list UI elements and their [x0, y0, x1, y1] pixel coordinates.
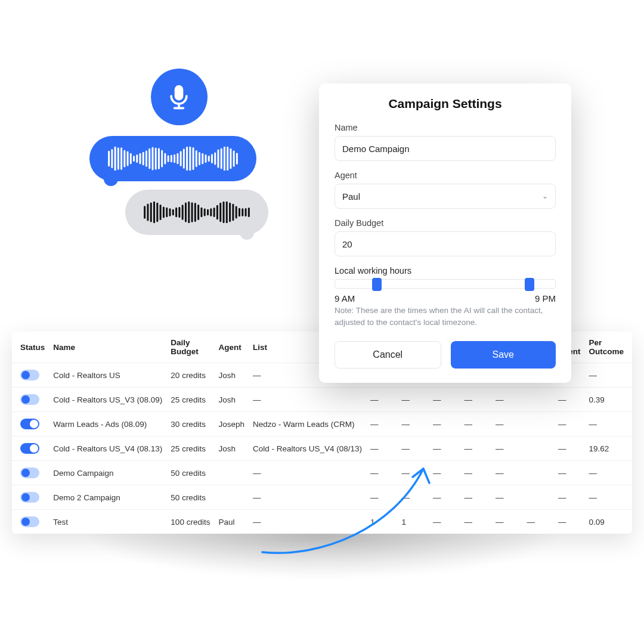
name-input[interactable]: Demo Campaign — [335, 136, 556, 161]
cell: — — [522, 510, 554, 534]
status-toggle[interactable] — [20, 419, 39, 429]
table-row: Cold - Realtors US_V3 (08.09)25 creditsJ… — [12, 388, 632, 412]
hours-end: 9 PM — [535, 293, 556, 304]
status-toggle[interactable] — [20, 394, 39, 405]
cell-agent: Josh — [214, 436, 249, 461]
cell: — — [460, 510, 491, 534]
cell-list: — — [249, 510, 366, 534]
cell-outcome: — — [585, 412, 633, 436]
cell-list: — — [249, 461, 366, 485]
cell-outcome: — — [585, 461, 633, 485]
voice-bubble-user — [125, 190, 268, 235]
cell: — — [491, 485, 522, 510]
cell: — — [429, 461, 460, 485]
cell: — — [460, 436, 491, 461]
agent-select[interactable]: Paul ⌄ — [335, 184, 556, 209]
table-row: Demo Campaign50 credits———————— — [12, 461, 632, 485]
cell: — — [429, 510, 460, 534]
cell-name: Demo 2 Campaign — [49, 485, 166, 510]
cell-budget: 30 credits — [166, 412, 214, 436]
cell-spent: — — [554, 388, 585, 412]
slider-thumb-start[interactable] — [372, 278, 382, 291]
cancel-button[interactable]: Cancel — [335, 341, 441, 369]
table-row: Test100 creditsPaul—11—————0.09 — [12, 510, 632, 534]
hours-label: Local working hours — [335, 266, 556, 275]
voice-graphic — [89, 69, 268, 235]
cell-outcome: 19.62 — [585, 436, 633, 461]
cell-agent — [214, 461, 249, 485]
budget-input[interactable]: 20 — [335, 231, 556, 256]
cell-budget: 25 credits — [166, 436, 214, 461]
microphone-icon — [151, 69, 208, 125]
cell-outcome: — — [585, 485, 633, 510]
waveform-icon — [107, 147, 239, 171]
agent-value: Paul — [342, 191, 360, 202]
cell: — — [398, 485, 429, 510]
cell: — — [429, 388, 460, 412]
hours-note: Note: These are the times when the AI wi… — [335, 305, 556, 328]
cell-name: Test — [49, 510, 166, 534]
cell — [522, 485, 554, 510]
cell-outcome: 0.09 — [585, 510, 633, 534]
cell-name: Cold - Realtors US_V3 (08.09) — [49, 388, 166, 412]
cell: — — [366, 412, 397, 436]
cell: — — [366, 388, 397, 412]
status-toggle[interactable] — [20, 516, 39, 527]
cell: — — [491, 388, 522, 412]
cell-outcome: 0.39 — [585, 388, 633, 412]
cell: — — [460, 388, 491, 412]
cell: — — [366, 436, 397, 461]
status-toggle[interactable] — [20, 467, 39, 478]
status-toggle[interactable] — [20, 492, 39, 503]
cell-spent: — — [554, 436, 585, 461]
name-value: Demo Campaign — [342, 144, 410, 154]
cell-budget: 50 credits — [166, 461, 214, 485]
cell-spent: — — [554, 461, 585, 485]
cell: — — [460, 461, 491, 485]
save-button[interactable]: Save — [451, 341, 556, 369]
cell-name: Cold - Realtors US — [49, 363, 166, 388]
cell-name: Cold - Realtors US_V4 (08.13) — [49, 436, 166, 461]
modal-title: Campaign Settings — [335, 97, 556, 111]
cell-agent: Josh — [214, 363, 249, 388]
hours-slider[interactable] — [335, 279, 556, 289]
cell-agent: Joseph — [214, 412, 249, 436]
cell: — — [398, 388, 429, 412]
cell: — — [398, 436, 429, 461]
cell-spent: — — [554, 412, 585, 436]
col-name: Name — [49, 332, 166, 363]
name-label: Name — [335, 123, 556, 132]
agent-label: Agent — [335, 171, 556, 180]
cell-list: — — [249, 388, 366, 412]
cell: — — [491, 436, 522, 461]
cell: — — [429, 412, 460, 436]
col-daily-budget: Daily Budget — [166, 332, 214, 363]
cell — [522, 436, 554, 461]
status-toggle[interactable] — [20, 370, 39, 380]
campaign-settings-modal: Campaign Settings Name Demo Campaign Age… — [319, 83, 571, 383]
slider-thumb-end[interactable] — [525, 278, 534, 291]
table-row: Demo 2 Campaign50 credits———————— — [12, 485, 632, 510]
col-status: Status — [12, 332, 49, 363]
col-agent: Agent — [214, 332, 249, 363]
cell: — — [366, 461, 397, 485]
cell-agent: Paul — [214, 510, 249, 534]
cell-list: Nedzo - Warm Leads (CRM) — [249, 412, 366, 436]
status-toggle[interactable] — [20, 443, 39, 454]
budget-label: Daily Budget — [335, 218, 556, 228]
voice-bubble-agent — [89, 136, 256, 181]
cell: — — [398, 412, 429, 436]
cell-name: Demo Campaign — [49, 461, 166, 485]
cell-budget: 20 credits — [166, 363, 214, 388]
cell-outcome: — — [585, 363, 633, 388]
table-row: Cold - Realtors US_V4 (08.13)25 creditsJ… — [12, 436, 632, 461]
cell: — — [460, 412, 491, 436]
cell: — — [366, 485, 397, 510]
cell-budget: 100 credits — [166, 510, 214, 534]
cell: — — [491, 412, 522, 436]
budget-value: 20 — [342, 239, 352, 249]
cell-list: Cold - Realtors US_V4 (08/13) — [249, 436, 366, 461]
cell-budget: 50 credits — [166, 485, 214, 510]
cell: 1 — [366, 510, 397, 534]
hours-start: 9 AM — [335, 293, 355, 304]
